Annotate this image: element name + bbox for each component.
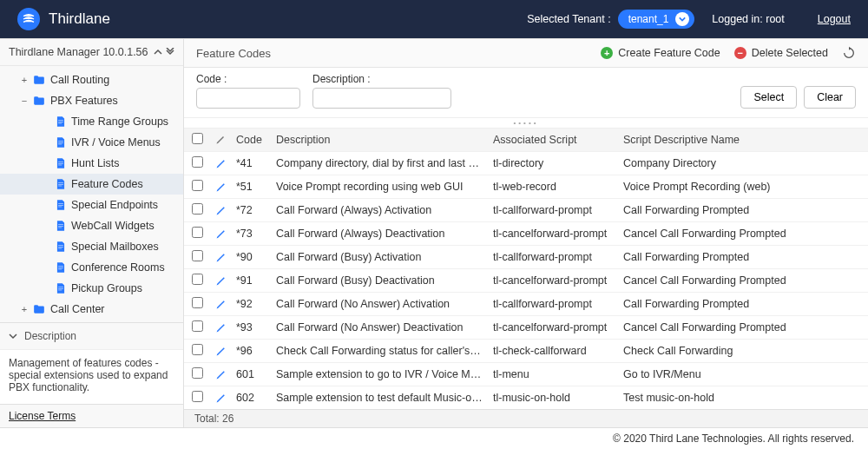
sidebar-item-label: IVR / Voice Menus (71, 136, 161, 149)
table-row[interactable]: *72Call Forward (Always) Activationtl-ca… (184, 199, 868, 222)
row-checkbox[interactable] (192, 250, 203, 261)
code-filter-label: Code : (196, 73, 300, 85)
table-row[interactable]: *92Call Forward (No Answer) Activationtl… (184, 293, 868, 316)
edit-row-button[interactable] (215, 369, 226, 380)
cell-script: tl-check-callforward (488, 340, 618, 363)
row-checkbox[interactable] (192, 227, 203, 238)
sidebar-item-label: Conference Rooms (71, 261, 165, 274)
sidebar-item-special-endpoints[interactable]: Special Endpoints (0, 195, 183, 215)
table-row[interactable]: 602Sample extension to test default Musi… (184, 386, 868, 410)
cell-scriptname: Company Directory (618, 152, 868, 175)
file-icon (56, 199, 66, 211)
chevron-down-icon (675, 12, 689, 26)
folder-icon (33, 96, 45, 106)
tree-toggle-icon[interactable]: + (19, 304, 30, 314)
description-filter-input[interactable] (312, 88, 451, 109)
sidebar-item-pickup-groups[interactable]: Pickup Groups (0, 278, 183, 299)
cell-description: Company directory, dial by first and las… (271, 152, 488, 175)
cell-script: tl-callforward-prompt (488, 246, 618, 269)
app-header: Thirdlane Selected Tenant : tenant_1 Log… (0, 0, 868, 38)
cell-script: tl-cancelforward-prompt (488, 269, 618, 293)
table-scroll[interactable]: Code Description Associated Script Scrip… (184, 129, 868, 409)
tenant-select[interactable]: tenant_1 (618, 10, 695, 29)
header-scriptname[interactable]: Script Descriptive Name (618, 129, 868, 152)
sidebar-item-hunt-lists[interactable]: Hunt Lists (0, 153, 183, 174)
clear-button[interactable]: Clear (804, 86, 856, 109)
row-checkbox[interactable] (192, 367, 203, 379)
cell-code: *92 (231, 293, 271, 316)
edit-row-button[interactable] (215, 228, 226, 240)
cell-script: tl-web-record (488, 175, 618, 199)
table-row[interactable]: *96Check Call Forwarding status for call… (184, 340, 868, 363)
sidebar-item-ivr-voice-menus[interactable]: IVR / Voice Menus (0, 132, 183, 153)
collapse-up-icon[interactable] (154, 48, 162, 56)
edit-row-button[interactable] (215, 158, 226, 169)
cell-description: Sample extension to test default Music-o… (271, 386, 488, 410)
tree-toggle-icon[interactable]: − (19, 96, 30, 106)
file-icon (56, 136, 66, 149)
refresh-icon[interactable] (842, 46, 856, 60)
edit-row-button[interactable] (215, 346, 226, 357)
edit-row-button[interactable] (215, 275, 226, 287)
row-checkbox[interactable] (192, 297, 203, 308)
sidebar-item-pbx-features[interactable]: −PBX Features (0, 90, 183, 111)
file-icon (56, 241, 66, 253)
sidebar-item-call-routing[interactable]: +Call Routing (0, 69, 183, 90)
cell-scriptname: Check Call Forwarding (618, 340, 868, 363)
cell-script: tl-cancelforward-prompt (488, 316, 618, 340)
cell-script: tl-callforward-prompt (488, 293, 618, 316)
sidebar-title: Thirdlane Manager 10.0.1.56 (0, 39, 183, 66)
sidebar-item-webcall-widgets[interactable]: WebCall Widgets (0, 215, 183, 236)
sidebar-item-conference-rooms[interactable]: Conference Rooms (0, 257, 183, 278)
license-terms-link[interactable]: License Terms (0, 404, 183, 427)
row-checkbox[interactable] (192, 320, 203, 332)
table-row[interactable]: 601Sample extension to go to IVR / Voice… (184, 363, 868, 386)
table-row[interactable]: *90Call Forward (Busy) Activationtl-call… (184, 246, 868, 269)
edit-row-button[interactable] (215, 205, 226, 216)
edit-row-button[interactable] (215, 322, 226, 333)
sidebar-item-time-range-groups[interactable]: Time Range Groups (0, 111, 183, 132)
header-select-all[interactable] (184, 129, 210, 152)
table-row[interactable]: *93Call Forward (No Answer) Deactivation… (184, 316, 868, 340)
cell-description: Check Call Forwarding status for caller'… (271, 340, 488, 363)
header-code[interactable]: Code (231, 129, 271, 152)
table-row[interactable]: *41Company directory, dial by first and … (184, 152, 868, 175)
sidebar-item-call-center[interactable]: +Call Center (0, 299, 183, 320)
select-all-checkbox[interactable] (192, 133, 203, 144)
select-button[interactable]: Select (740, 86, 797, 109)
cell-code: *73 (231, 222, 271, 246)
feature-codes-table: Code Description Associated Script Scrip… (184, 129, 868, 409)
edit-row-button[interactable] (215, 393, 226, 404)
sidebar-item-feature-codes[interactable]: Feature Codes (0, 174, 183, 195)
row-checkbox[interactable] (192, 344, 203, 355)
edit-row-button[interactable] (215, 299, 226, 310)
collapse-down-icon[interactable] (166, 48, 174, 56)
table-row[interactable]: *91Call Forward (Busy) Deactivationtl-ca… (184, 269, 868, 293)
row-checkbox[interactable] (192, 391, 203, 402)
edit-row-button[interactable] (215, 252, 226, 263)
code-filter-input[interactable] (196, 88, 300, 109)
logout-link[interactable]: Logout (818, 13, 851, 25)
tree-toggle-icon[interactable]: + (19, 75, 30, 85)
cell-description: Call Forward (Busy) Activation (271, 246, 488, 269)
sidebar-item-label: Special Mailboxes (71, 241, 159, 253)
edit-row-button[interactable] (215, 182, 226, 193)
header-script[interactable]: Associated Script (488, 129, 618, 152)
minus-icon: − (734, 47, 746, 59)
row-checkbox[interactable] (192, 203, 203, 215)
row-checkbox[interactable] (192, 156, 203, 168)
description-panel-header[interactable]: Description (0, 322, 183, 349)
tenant-value: tenant_1 (628, 13, 669, 25)
row-checkbox[interactable] (192, 180, 203, 191)
create-feature-code-button[interactable]: + Create Feature Code (601, 47, 720, 59)
sidebar-item-special-mailboxes[interactable]: Special Mailboxes (0, 236, 183, 257)
header-description[interactable]: Description (271, 129, 488, 152)
cell-description: Call Forward (Busy) Deactivation (271, 269, 488, 293)
delete-selected-button[interactable]: − Delete Selected (734, 47, 828, 59)
file-icon (56, 178, 66, 190)
brand-name: Thirdlane (49, 10, 110, 28)
table-row[interactable]: *51Voice Prompt recording using web GUIt… (184, 175, 868, 199)
row-checkbox[interactable] (192, 274, 203, 285)
splitter-grip-icon[interactable]: ••••• (184, 118, 868, 129)
table-row[interactable]: *73Call Forward (Always) Deactivationtl-… (184, 222, 868, 246)
